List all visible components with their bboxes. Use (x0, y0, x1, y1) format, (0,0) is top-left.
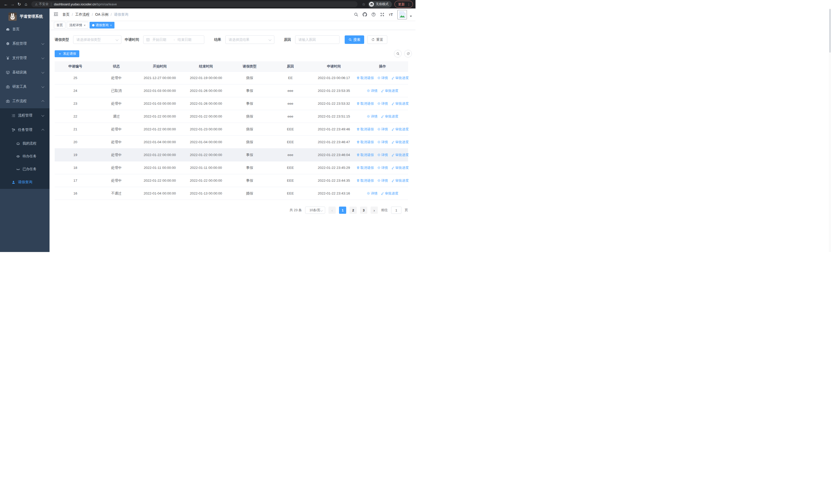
sidebar-item-todo-tasks[interactable]: 待办任务 (0, 150, 50, 163)
tab-leave-query[interactable]: 请假查询× (90, 22, 115, 28)
show-search-button[interactable] (394, 50, 402, 58)
fullscreen-icon[interactable] (380, 12, 384, 17)
prev-page-button[interactable]: ‹ (328, 207, 336, 214)
cancel-link[interactable]: 取消请假 (356, 101, 374, 106)
detail-link[interactable]: 详情 (377, 127, 388, 131)
detail-link[interactable]: 详情 (377, 166, 388, 170)
progress-link[interactable]: 审批进度 (391, 166, 409, 170)
cell-status: 处理中 (96, 123, 137, 136)
close-icon[interactable]: × (110, 24, 112, 27)
back-icon[interactable]: ← (3, 1, 9, 8)
create-leave-button[interactable]: ＋ 发起请假 (55, 50, 79, 57)
cell-reason: EEE (270, 136, 311, 149)
breadcrumb-item[interactable]: OA 示例 (95, 12, 108, 17)
sidebar-item-infrastructure[interactable]: 基础设施 (0, 65, 50, 80)
sidebar-item-process-mgmt[interactable]: 流程管理 (0, 108, 50, 123)
progress-link[interactable]: 审批进度 (381, 191, 398, 196)
leave-type-select[interactable]: 请选择请假类型 (73, 35, 121, 44)
search-icon[interactable] (354, 12, 358, 17)
page-unit-label: 页 (405, 208, 408, 212)
cancel-link[interactable]: 取消请假 (356, 127, 374, 131)
collapse-sidebar-icon[interactable] (54, 12, 58, 17)
cancel-link[interactable]: 取消请假 (356, 166, 374, 170)
font-size-icon[interactable]: TT (389, 12, 393, 17)
progress-link[interactable]: 审批进度 (391, 178, 409, 183)
cell-applied: 2022-01-22 23:44:35 (311, 174, 357, 187)
insecure-warning-icon[interactable]: ⚠ (35, 3, 38, 6)
help-icon[interactable] (371, 12, 376, 17)
page-size-select[interactable]: 10条/页 (305, 207, 325, 214)
sidebar-item-workflow[interactable]: 工作流程 (0, 94, 50, 108)
cell-start: 2021-12-27 00:00:00 (137, 71, 183, 84)
cell-ops: 取消请假详情审批进度 (357, 123, 408, 136)
browser-update-button[interactable]: 更新 ⋮ (395, 1, 413, 8)
reset-button[interactable]: 重置 (367, 35, 387, 44)
detail-link[interactable]: 详情 (377, 153, 388, 157)
home-icon[interactable]: ⌂ (23, 1, 29, 8)
breadcrumb-item[interactable]: 首页 (62, 12, 69, 17)
avatar-caret-icon[interactable] (410, 16, 412, 17)
sidebar-item-payment[interactable]: 支付管理 (0, 51, 50, 65)
cell-ops: 详情审批进度 (357, 84, 408, 97)
reason-input[interactable] (295, 35, 340, 44)
progress-link[interactable]: 审批进度 (391, 153, 409, 157)
progress-link[interactable]: 审批进度 (391, 140, 409, 145)
progress-link[interactable]: 审批进度 (391, 76, 409, 80)
cancel-link[interactable]: 取消请假 (356, 153, 374, 157)
cancel-link[interactable]: 取消请假 (356, 76, 374, 80)
delete-icon (356, 153, 360, 156)
detail-link[interactable]: 详情 (377, 101, 388, 106)
column-header-start: 开始时间 (137, 61, 183, 71)
forward-icon[interactable]: → (9, 1, 16, 8)
goto-page-input[interactable] (391, 207, 401, 214)
tab-process-detail[interactable]: 流程详情× (67, 22, 88, 28)
sidebar-item-task-mgmt[interactable]: 任务管理 (0, 123, 50, 137)
sidebar-item-leave-query[interactable]: 请假查询 (0, 176, 50, 189)
sidebar: 芋道管理系统 首页系统管理支付管理基础设施研发工具工作流程流程管理任务管理我的流… (0, 8, 50, 252)
browser-menu-icon[interactable]: ⋮ (407, 3, 411, 6)
user-avatar[interactable] (397, 10, 407, 20)
cell-reason: EEE (270, 187, 311, 200)
cell-id: 20 (55, 136, 96, 149)
sidebar-item-home[interactable]: 首页 (0, 22, 50, 36)
cancel-link[interactable]: 取消请假 (356, 140, 374, 145)
leave-type-label: 请假类型 (55, 37, 69, 42)
detail-link[interactable]: 详情 (367, 114, 377, 119)
detail-link[interactable]: 详情 (377, 178, 388, 183)
detail-link[interactable]: 详情 (367, 89, 377, 93)
sidebar-item-done-tasks[interactable]: 已办任务 (0, 163, 50, 176)
reason-label: 原因 (284, 37, 291, 42)
cell-start: 2022-01-03 00:00:00 (137, 97, 183, 110)
progress-link[interactable]: 审批进度 (391, 101, 409, 106)
apply-time-range-picker[interactable]: 开始日期 - 结束日期 (143, 35, 204, 44)
cancel-link[interactable]: 取消请假 (356, 178, 374, 183)
sidebar-item-my-process[interactable]: 我的流程 (0, 137, 50, 150)
sidebar-item-system[interactable]: 系统管理 (0, 36, 50, 51)
progress-link[interactable]: 审批进度 (381, 89, 398, 93)
detail-link[interactable]: 详情 (377, 140, 388, 145)
reload-icon[interactable]: ↻ (16, 1, 23, 8)
close-icon[interactable]: × (84, 24, 86, 27)
sidebar-item-dev-tools[interactable]: 研发工具 (0, 80, 50, 94)
search-button[interactable]: 搜索 (345, 35, 364, 44)
page-button-2[interactable]: 2 (349, 207, 357, 214)
edit-icon (391, 166, 395, 169)
detail-link[interactable]: 详情 (377, 76, 388, 80)
tab-home[interactable]: 首页 (54, 22, 65, 28)
logo-row[interactable]: 芋道管理系统 (0, 8, 50, 22)
breadcrumb-item[interactable]: 工作流程 (75, 12, 90, 17)
progress-link[interactable]: 审批进度 (381, 114, 398, 119)
page-button-3[interactable]: 3 (360, 207, 367, 214)
refresh-table-button[interactable] (404, 50, 412, 58)
result-select[interactable]: 请选择流结果 (225, 35, 274, 44)
cell-reason: eee (270, 110, 311, 123)
detail-link[interactable]: 详情 (367, 191, 377, 196)
progress-link[interactable]: 审批进度 (391, 127, 409, 131)
bookmark-star-icon[interactable]: ☆ (362, 2, 366, 7)
tag-view-bar: 首页流程详情×请假查询× (50, 21, 416, 30)
page-button-1[interactable]: 1 (339, 207, 346, 214)
address-bar[interactable]: ⚠ 不安全 dashboard.yudao.iocoder.cn /bpm/oa… (31, 1, 357, 7)
table-row: 18处理中2022-01-11 00:00:002022-01-11 00:00… (55, 161, 408, 174)
next-page-button[interactable]: › (371, 207, 378, 214)
github-icon[interactable] (363, 12, 367, 17)
